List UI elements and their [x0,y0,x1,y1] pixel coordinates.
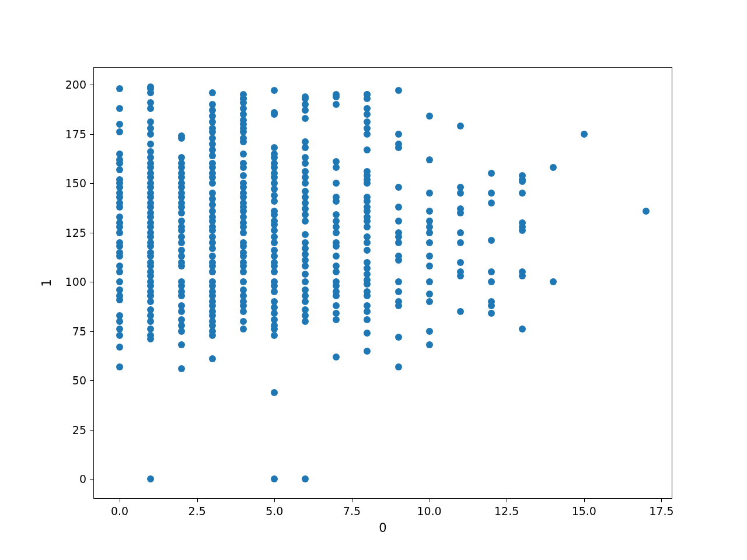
scatter-point [240,326,247,332]
scatter-point [116,121,123,128]
scatter-point [116,150,123,158]
scatter-point [488,298,495,305]
scatter-point [271,208,278,215]
scatter-point [302,231,309,238]
scatter-point [147,326,154,332]
scatter-point [488,278,495,285]
scatter-point [488,237,495,244]
scatter-point [178,278,185,285]
scatter-point [333,310,340,317]
scatter-point [364,259,371,266]
scatter-point [426,253,433,260]
x-tick-label: 5.0 [266,505,283,517]
scatter-point [426,208,433,215]
scatter-point [116,214,123,220]
scatter-point [457,205,464,212]
scatter-point [240,278,247,285]
scatter-point [426,262,433,270]
y-tick-label: 75 [72,325,86,338]
x-tick-label: 0.0 [111,505,128,517]
x-tick-label: 15.0 [572,505,596,517]
scatter-point [333,302,340,309]
scatter-point [364,233,371,240]
scatter-point [364,118,371,125]
scatter-point [364,247,371,254]
scatter-point [302,271,309,278]
scatter-point [271,109,278,116]
scatter-point [271,87,278,94]
scatter-point [271,475,278,482]
scatter-point [178,154,185,161]
scatter-point [209,190,216,197]
scatter-point [178,316,185,323]
scatter-point [364,348,371,355]
scatter-point [333,262,340,270]
scatter-point [302,306,309,313]
scatter-point [333,158,340,165]
scatter-point [333,194,340,201]
scatter-point [116,105,123,112]
scatter-point [364,194,371,201]
scatter-point [519,172,526,179]
scatter-point [488,190,495,197]
scatter-point [426,290,433,298]
scatter-point [209,278,216,285]
scatter-point [147,83,154,90]
scatter-point [209,160,216,167]
scatter-point [147,306,154,313]
scatter-point [271,247,278,254]
scatter-point [271,278,278,285]
x-tick-label: 10.0 [417,505,441,517]
scatter-point [426,218,433,225]
scatter-point [240,318,247,325]
scatter-point [333,253,340,260]
scatter-point [240,180,247,187]
scatter-point [116,239,123,246]
x-tick-label: 2.5 [189,505,206,517]
scatter-point [116,278,123,285]
scatter-point [333,93,340,100]
scatter-point [364,316,371,323]
scatter-point [271,144,278,151]
y-tick-label: 0 [79,473,86,485]
scatter-point [395,363,402,370]
scatter-point [302,278,309,285]
scatter-point [209,253,216,260]
scatter-point [302,154,309,161]
scatter-point [271,389,278,396]
scatter-point [519,219,526,226]
scatter-point [519,190,526,197]
scatter-point [271,298,278,305]
scatter-point [395,204,402,211]
scatter-point [395,141,402,148]
scatter-point [426,239,433,246]
scatter-point [209,101,216,108]
scatter-point [426,190,433,197]
scatter-point [240,239,247,246]
scatter-point [302,93,309,100]
scatter-point [457,259,464,266]
scatter-point [395,87,402,94]
scatter-point [581,131,588,138]
scatter-point [147,118,154,125]
y-tick-label: 100 [65,275,86,288]
scatter-point [147,475,154,482]
scatter-point [364,105,371,112]
scatter-point [457,229,464,236]
scatter-point [426,156,433,163]
scatter-point [116,312,123,319]
scatter-point [147,99,154,106]
scatter-point [178,218,185,225]
x-tick-label: 17.5 [649,505,673,517]
scatter-point [488,268,495,275]
scatter-point [240,286,247,293]
scatter-point [488,170,495,177]
scatter-point [457,308,464,315]
scatter-point [395,253,402,260]
scatter-point [643,208,650,215]
scatter-point [302,239,309,246]
scatter-point [178,341,185,348]
scatter-point [147,148,154,155]
scatter-point [116,85,123,92]
scatter-point [333,101,340,108]
